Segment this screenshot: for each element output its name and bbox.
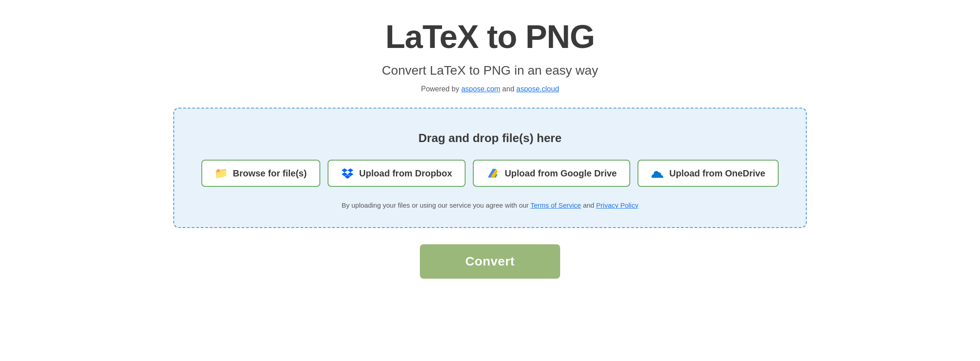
onedrive-icon bbox=[651, 167, 664, 180]
google-drive-icon bbox=[486, 167, 499, 180]
terms-text: By uploading your files or using our ser… bbox=[342, 201, 638, 209]
terms-of-service-link[interactable]: Terms of Service bbox=[531, 201, 581, 209]
dropbox-button-label: Upload from Dropbox bbox=[359, 168, 452, 179]
privacy-policy-link[interactable]: Privacy Policy bbox=[596, 201, 638, 209]
aspose-com-link[interactable]: aspose.com bbox=[461, 85, 500, 93]
dropbox-icon bbox=[341, 167, 354, 180]
folder-icon: 📁 bbox=[215, 167, 228, 180]
terms-separator: and bbox=[583, 201, 596, 209]
upload-buttons-container: 📁 Browse for file(s) Upload from Dropbox… bbox=[192, 160, 788, 187]
powered-by-text: Powered by bbox=[421, 85, 461, 93]
page-title: LaTeX to PNG bbox=[385, 18, 595, 55]
powered-by: Powered by aspose.com and aspose.cloud bbox=[421, 85, 559, 93]
dropbox-button[interactable]: Upload from Dropbox bbox=[328, 160, 466, 187]
drag-drop-label: Drag and drop file(s) here bbox=[419, 131, 561, 145]
onedrive-button[interactable]: Upload from OneDrive bbox=[637, 160, 779, 187]
browse-button-label: Browse for file(s) bbox=[233, 168, 307, 179]
aspose-cloud-link[interactable]: aspose.cloud bbox=[516, 85, 559, 93]
onedrive-button-label: Upload from OneDrive bbox=[669, 168, 765, 179]
drop-zone[interactable]: Drag and drop file(s) here 📁 Browse for … bbox=[173, 108, 807, 228]
google-drive-button-label: Upload from Google Drive bbox=[504, 168, 617, 179]
convert-button[interactable]: Convert bbox=[420, 244, 560, 279]
browse-button[interactable]: 📁 Browse for file(s) bbox=[201, 160, 320, 187]
powered-by-separator: and bbox=[502, 85, 516, 93]
terms-prefix: By uploading your files or using our ser… bbox=[342, 201, 530, 209]
google-drive-button[interactable]: Upload from Google Drive bbox=[473, 160, 630, 187]
page-subtitle: Convert LaTeX to PNG in an easy way bbox=[382, 63, 598, 78]
